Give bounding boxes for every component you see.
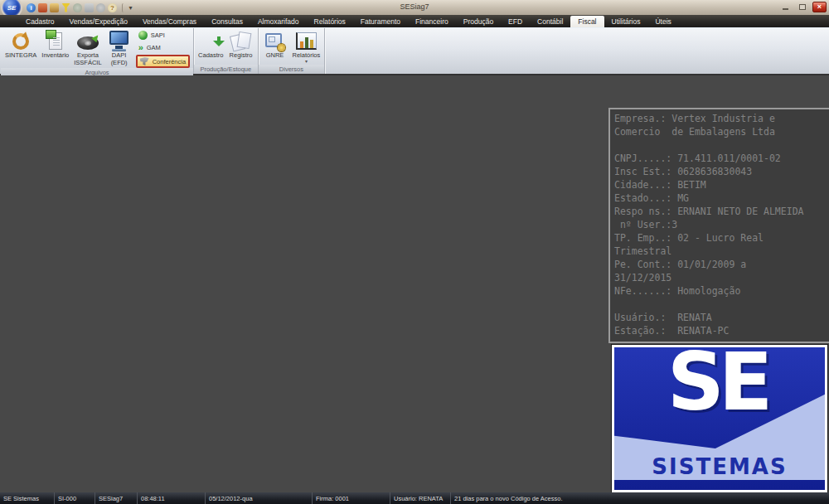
tab-financeiro[interactable]: Financeiro <box>408 16 456 27</box>
ribbon-group-diversos: GNRE Relatórios ▾ Diversos <box>259 28 326 74</box>
small-buttons-column: SAPI » GAM Conferência <box>134 29 191 68</box>
export-disc-icon <box>77 36 99 50</box>
logo-big-text: SE <box>614 347 820 424</box>
conferencia-label: Conferência <box>153 58 186 65</box>
logo-background: SE SISTEMAS <box>614 347 825 490</box>
relatorios-dropdown-icon: ▾ <box>305 60 308 63</box>
registro-button[interactable]: Registro <box>226 29 256 60</box>
status-terminal: SI-000 <box>55 492 95 504</box>
tab-efd[interactable]: EFD <box>501 16 530 27</box>
tab-uteis[interactable]: Úteis <box>647 16 678 27</box>
ribbon-group-producao-estoque: Cadastro Registro Produção/Estoque <box>194 28 258 74</box>
dapi-efd-button[interactable]: DAPI (EFD) <box>104 29 134 66</box>
tab-vendas-expedicao[interactable]: Vendas/Expedição <box>62 16 135 27</box>
tab-faturamento[interactable]: Faturamento <box>353 16 408 27</box>
mdi-workspace: Empresa.: Vertex Industria e Comercio de… <box>0 75 829 492</box>
status-firma: Firma: 0001 <box>313 492 390 504</box>
status-bar: SE Sistemas SI-000 SESiag7 08:48:11 05/1… <box>0 492 829 504</box>
gnre-label: GNRE <box>266 52 284 60</box>
tab-vendas-compras[interactable]: Vendas/Compras <box>135 16 204 27</box>
status-time: 08:48:11 <box>138 492 206 504</box>
sapi-sphere-icon <box>138 31 148 40</box>
se-sistemas-logo: SE SISTEMAS <box>611 344 828 493</box>
inventory-document-icon <box>49 32 62 50</box>
tab-almoxarifado[interactable]: Almoxarifado <box>250 16 307 27</box>
inventario-label: Inventário <box>41 52 69 60</box>
status-user: Usuário: RENATA <box>390 492 451 504</box>
relatorios-chart-icon <box>296 32 317 50</box>
exporta-label: Exporta ISSFÁCIL <box>74 52 101 66</box>
conferencia-button[interactable]: Conferência <box>136 55 190 68</box>
conferencia-gear-icon <box>140 57 149 65</box>
sintegra-sync-icon <box>12 33 29 50</box>
window-controls: × <box>779 2 827 12</box>
inventario-button[interactable]: Inventário <box>39 29 71 60</box>
status-access-code-message: 21 dias para o novo Código de Acesso. <box>451 492 829 504</box>
restore-button[interactable] <box>796 2 808 12</box>
tab-relatorios[interactable]: Relatórios <box>307 16 353 27</box>
gam-chevrons-icon: » <box>138 43 143 52</box>
gam-button[interactable]: » GAM <box>136 42 190 53</box>
registro-cards-icon <box>230 32 251 51</box>
status-app: SESiag7 <box>95 492 138 504</box>
cadastro-label: Cadastro <box>198 52 223 60</box>
gnre-button[interactable]: GNRE <box>260 29 290 60</box>
tab-producao[interactable]: Produção <box>456 16 501 27</box>
dapi-label: DAPI (EFD) <box>111 52 128 66</box>
window-title: SESiag7 <box>0 2 829 11</box>
cadastro-button[interactable]: Cadastro <box>196 29 225 60</box>
ribbon: SINTEGRA Inventário Exporta ISSFÁCIL DAP… <box>0 27 829 75</box>
exporta-issfacil-button[interactable]: Exporta ISSFÁCIL <box>71 29 104 66</box>
tab-fiscal[interactable]: Fiscal <box>570 16 604 27</box>
title-bar: SE i ? ▾ SESiag7 × <box>0 0 829 15</box>
sintegra-label: SINTEGRA <box>5 52 36 60</box>
relatorios-button[interactable]: Relatórios ▾ <box>290 29 323 63</box>
status-date: 05/12/2012-qua <box>206 492 313 504</box>
close-button[interactable]: × <box>812 2 827 12</box>
company-info-panel: Empresa.: Vertex Industria e Comercio de… <box>608 108 829 343</box>
tab-cadastro[interactable]: Cadastro <box>18 16 62 27</box>
minimize-button[interactable] <box>779 2 792 12</box>
ribbon-group-arquivos: SINTEGRA Inventário Exporta ISSFÁCIL DAP… <box>1 28 194 74</box>
tab-contabil[interactable]: Contábil <box>530 16 570 27</box>
registro-label: Registro <box>230 52 253 60</box>
sapi-button[interactable]: SAPI <box>136 30 190 41</box>
gam-label: GAM <box>147 44 161 51</box>
group-label-diversos: Diversos <box>259 65 325 74</box>
tab-consultas[interactable]: Consultas <box>204 16 250 27</box>
group-label-producao-estoque: Produção/Estoque <box>194 65 257 74</box>
sintegra-button[interactable]: SINTEGRA <box>2 29 39 60</box>
gnre-certificate-icon <box>265 33 282 47</box>
tab-utilitarios[interactable]: Utilitários <box>604 16 648 27</box>
company-info-text: Empresa.: Vertex Industria e Comercio de… <box>614 112 829 337</box>
computer-monitor-icon <box>109 31 128 45</box>
sapi-label: SAPI <box>151 32 165 39</box>
logo-subtitle: SISTEMAS <box>614 454 825 479</box>
status-company: SE Sistemas <box>0 492 55 504</box>
menu-bar: Cadastro Vendas/Expedição Vendas/Compras… <box>0 15 829 27</box>
